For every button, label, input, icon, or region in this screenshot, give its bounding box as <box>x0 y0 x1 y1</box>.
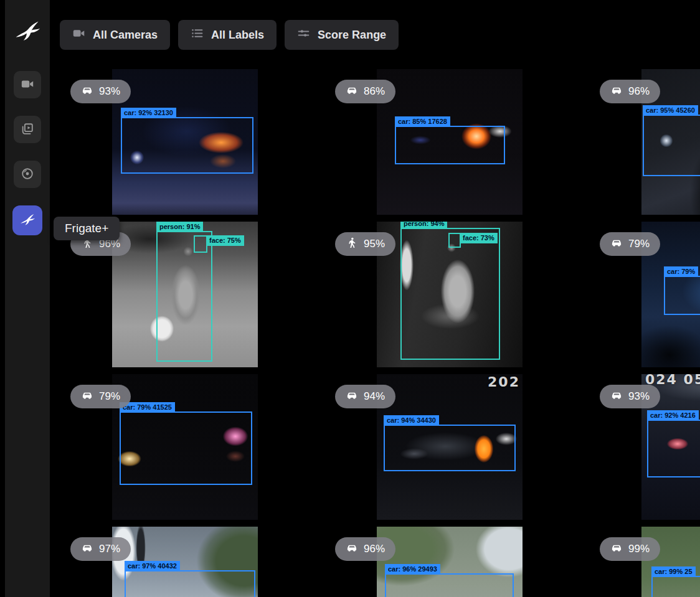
detection-cell[interactable]: car: 95% 45260 96% <box>589 69 700 215</box>
score-badge: 79% <box>600 232 660 256</box>
score-badge-label: 96% <box>628 85 650 98</box>
detection-cell[interactable]: 024 05 0 car: 92% 4216 93% <box>589 374 700 520</box>
detection-cell[interactable]: person: 94% face: 73% 95% <box>324 222 589 367</box>
detection-cell[interactable]: car: 97% 40432 97% <box>60 527 324 597</box>
detection-cell[interactable]: car: 99% 25 99% <box>589 527 700 597</box>
score-badge-label: 96% <box>364 543 385 555</box>
main-content: All Cameras All Labels Score Range car: … <box>50 0 700 597</box>
face-box-label: face: 73% <box>460 233 498 243</box>
detection-thumbnail: car: 85% 17628 <box>377 69 523 215</box>
sliders-icon <box>297 27 310 43</box>
bounding-box: car: 92% 4216 <box>647 420 700 477</box>
bounding-box: car: 92% 32130 <box>121 117 253 174</box>
list-icon <box>191 27 204 43</box>
detection-cell[interactable]: person: 91% face: 75% 96% <box>60 222 324 367</box>
video-camera-icon <box>21 77 34 93</box>
bounding-box: car: 96% 29493 <box>385 573 514 597</box>
detection-cell[interactable]: car: 96% 29493 96% <box>324 527 589 597</box>
video-camera-icon <box>72 27 85 43</box>
car-icon <box>81 84 93 100</box>
bounding-box-label: car: 79% <box>664 266 698 277</box>
frigate-logo-icon[interactable] <box>12 16 42 46</box>
bounding-box: car: 79% <box>664 276 700 315</box>
detection-thumbnail: car: 96% 29493 <box>377 527 523 597</box>
bounding-box: car: 94% 34430 <box>384 425 516 471</box>
filter-bar: All Cameras All Labels Score Range <box>50 0 700 50</box>
all-cameras-label: All Cameras <box>93 29 158 42</box>
score-badge: 96% <box>335 537 395 561</box>
sidebar-item-review[interactable] <box>14 116 41 143</box>
bounding-box: car: 85% 17628 <box>395 126 505 164</box>
car-icon <box>81 542 93 557</box>
bounding-box: car: 99% 25 <box>651 576 700 597</box>
sidebar-nav <box>12 71 42 235</box>
score-badge: 97% <box>70 537 131 561</box>
bounding-box-label: car: 97% 40432 <box>125 561 180 571</box>
bounding-box-label: car: 85% 17628 <box>395 116 450 127</box>
face-box-label: face: 75% <box>206 235 244 246</box>
score-range-filter-button[interactable]: Score Range <box>285 20 399 50</box>
bounding-box: car: 95% 45260 <box>643 115 700 176</box>
score-badge: 99% <box>600 537 660 561</box>
all-labels-filter-button[interactable]: All Labels <box>178 20 277 50</box>
detection-cell[interactable]: car: 79% 41525 79% <box>60 374 324 520</box>
bounding-box-label: car: 92% 32130 <box>121 108 176 118</box>
bounding-box-label: car: 95% 45260 <box>643 105 698 116</box>
sidebar-item-export[interactable] <box>14 161 41 188</box>
frigate-bird-icon <box>19 212 35 230</box>
score-badge-label: 99% <box>628 543 650 555</box>
detection-cell[interactable]: car: 79% 79% <box>589 222 700 367</box>
app-root: All Cameras All Labels Score Range car: … <box>0 0 700 597</box>
score-badge-label: 93% <box>99 85 120 98</box>
detection-thumbnail: car: 92% 32130 <box>112 69 258 215</box>
detection-thumbnail: person: 94% face: 73% <box>377 222 523 367</box>
detection-cell[interactable]: car: 85% 17628 86% <box>324 69 589 215</box>
sidebar-item-frigate-plus[interactable] <box>12 205 42 235</box>
detections-grid: car: 92% 32130 93% car: 85% 17628 86% <box>60 69 700 597</box>
score-badge-label: 86% <box>364 85 385 98</box>
car-icon <box>346 84 358 100</box>
bounding-box-label: person: 94% <box>400 222 447 229</box>
score-badge: 86% <box>335 80 395 103</box>
detection-cell[interactable]: 202 car: 94% 34430 94% <box>324 374 589 520</box>
score-badge: 93% <box>70 80 131 103</box>
bounding-box-label: car: 92% 4216 <box>647 410 699 421</box>
detection-thumbnail: person: 91% face: 75% <box>112 222 258 367</box>
score-badge-label: 94% <box>364 390 385 403</box>
car-icon <box>81 389 93 405</box>
review-icon <box>21 122 34 138</box>
car-icon <box>346 542 358 557</box>
bounding-box: car: 79% 41525 <box>120 411 252 485</box>
camera-timestamp-overlay: 024 05 0 <box>645 374 700 387</box>
score-range-label: Score Range <box>318 29 386 42</box>
camera-timestamp-overlay: 202 <box>488 374 520 390</box>
car-icon <box>610 84 623 100</box>
bounding-box: car: 97% 40432 <box>125 570 255 597</box>
car-icon <box>610 389 623 405</box>
bounding-box-label: person: 91% <box>156 222 203 232</box>
sidebar-rail <box>5 0 50 597</box>
car-icon <box>610 542 623 557</box>
all-labels-label: All Labels <box>211 29 264 42</box>
person-icon <box>346 237 358 252</box>
score-badge-label: 97% <box>99 543 120 555</box>
detection-thumbnail: car: 97% 40432 <box>112 527 258 597</box>
score-badge: 79% <box>70 385 131 408</box>
score-badge-label: 79% <box>628 238 650 250</box>
score-badge: 95% <box>335 232 395 256</box>
score-badge: 94% <box>335 385 395 408</box>
sidebar-item-live[interactable] <box>14 71 41 98</box>
all-cameras-filter-button[interactable]: All Cameras <box>60 20 170 50</box>
record-disc-icon <box>21 167 34 182</box>
detection-cell[interactable]: car: 92% 32130 93% <box>60 69 324 215</box>
sidebar <box>0 0 50 597</box>
score-badge: 93% <box>600 385 660 408</box>
face-bounding-box: face: 75% <box>194 235 207 253</box>
detection-thumbnail: 202 car: 94% 34430 <box>377 374 523 520</box>
face-bounding-box: face: 73% <box>448 233 461 248</box>
car-icon <box>610 237 623 252</box>
score-badge: 96% <box>600 80 660 103</box>
bounding-box-label: car: 99% 25 <box>651 566 696 577</box>
frigate-plus-tooltip: Frigate+ <box>54 217 120 240</box>
bounding-box-label: car: 94% 34430 <box>384 415 439 426</box>
